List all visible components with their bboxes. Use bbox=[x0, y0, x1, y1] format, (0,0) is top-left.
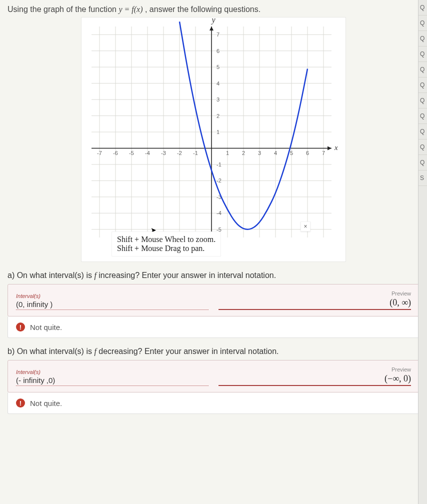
hint-pan: Shift + Mouse Drag to pan. bbox=[117, 244, 216, 253]
svg-text:x: x bbox=[334, 144, 338, 152]
svg-text:-2: -2 bbox=[216, 178, 222, 184]
part-b-preview-label: Preview bbox=[392, 366, 411, 372]
svg-text:-5: -5 bbox=[129, 150, 134, 156]
question-prompt: Using the graph of the function y = f(x)… bbox=[8, 5, 420, 14]
error-icon: ! bbox=[16, 322, 25, 332]
part-a-answer-card: Interval(s) (0, infinity ) Preview (0, ∞… bbox=[8, 284, 420, 316]
part-b-feedback-text: Not quite. bbox=[30, 399, 62, 408]
svg-text:3: 3 bbox=[258, 150, 261, 156]
prompt-func: y = f(x) bbox=[118, 5, 142, 14]
part-b-label: b) On what interval(s) is f decreasing? … bbox=[8, 347, 420, 356]
part-a-feedback: ! Not quite. bbox=[8, 316, 420, 338]
part-a-feedback-text: Not quite. bbox=[30, 323, 62, 332]
part-a-preview-label: Preview bbox=[392, 290, 411, 296]
error-icon: ! bbox=[16, 398, 25, 408]
part-b-answer-card: Interval(s) (- infinity ,0) Preview (−∞,… bbox=[8, 360, 420, 392]
nav-item[interactable]: Q bbox=[418, 93, 427, 108]
graph-plot[interactable]: -7-6-5-4-3-2-11234567-5-4-3-2-11234567x bbox=[82, 18, 346, 248]
svg-text:-2: -2 bbox=[177, 150, 182, 156]
nav-item[interactable]: Q bbox=[418, 78, 427, 93]
svg-text:4: 4 bbox=[216, 80, 220, 86]
part-b-input[interactable]: (- infinity ,0) bbox=[16, 376, 208, 386]
part-a-label: a) On what interval(s) is f increasing? … bbox=[8, 271, 420, 280]
svg-text:6: 6 bbox=[216, 48, 220, 54]
nav-item[interactable]: Q bbox=[418, 124, 427, 140]
nav-item[interactable]: Q bbox=[418, 140, 427, 155]
prompt-suffix: , answer the following questions. bbox=[145, 5, 260, 14]
prompt-prefix: Using the graph of the function bbox=[8, 5, 118, 14]
svg-marker-30 bbox=[328, 146, 332, 150]
svg-text:3: 3 bbox=[216, 96, 220, 102]
svg-text:1: 1 bbox=[226, 150, 229, 156]
svg-marker-31 bbox=[210, 26, 214, 30]
svg-text:7: 7 bbox=[216, 32, 220, 38]
nav-item[interactable]: Q bbox=[418, 16, 427, 31]
svg-text:5: 5 bbox=[216, 64, 220, 70]
svg-text:2: 2 bbox=[216, 113, 220, 119]
nav-item[interactable]: Q bbox=[418, 31, 427, 46]
y-axis-label: y bbox=[212, 16, 215, 24]
svg-text:-6: -6 bbox=[113, 150, 118, 156]
part-a-input[interactable]: (0, infinity ) bbox=[16, 300, 208, 310]
part-b-preview-value: (−∞, 0) bbox=[218, 374, 411, 386]
nav-item[interactable]: Q bbox=[418, 46, 427, 62]
svg-text:-4: -4 bbox=[216, 210, 222, 216]
svg-text:-3: -3 bbox=[161, 150, 166, 156]
svg-text:-7: -7 bbox=[97, 150, 102, 156]
nav-item[interactable]: Q bbox=[418, 62, 427, 78]
part-b-feedback: ! Not quite. bbox=[8, 392, 420, 414]
part-a-preview-value: (0, ∞) bbox=[218, 298, 411, 310]
svg-text:-4: -4 bbox=[145, 150, 150, 156]
nav-item[interactable]: Q bbox=[418, 108, 427, 124]
nav-item[interactable]: Q bbox=[418, 0, 427, 16]
part-b-field-title: Interval(s) bbox=[16, 369, 208, 375]
question-nav-rail[interactable]: QQQQQQQQQQQS bbox=[418, 0, 427, 424]
hint-zoom: Shift + Mouse Wheel to zoom. bbox=[117, 235, 216, 244]
svg-text:2: 2 bbox=[242, 150, 245, 156]
svg-text:4: 4 bbox=[274, 150, 277, 156]
close-icon[interactable]: × bbox=[300, 222, 310, 232]
graph-panel[interactable]: y -7-6-5-4-3-2-11234567-5-4-3-2-11234567… bbox=[81, 17, 346, 262]
nav-item[interactable]: Q bbox=[418, 155, 427, 170]
svg-text:-1: -1 bbox=[216, 162, 222, 168]
svg-text:7: 7 bbox=[322, 150, 325, 156]
svg-text:-1: -1 bbox=[193, 150, 198, 156]
svg-text:5: 5 bbox=[290, 150, 293, 156]
part-a-field-title: Interval(s) bbox=[16, 293, 208, 299]
nav-item[interactable]: S bbox=[418, 170, 427, 186]
svg-text:6: 6 bbox=[306, 150, 309, 156]
svg-text:1: 1 bbox=[216, 129, 220, 135]
zoom-pan-hint: Shift + Mouse Wheel to zoom. Shift + Mou… bbox=[112, 232, 221, 256]
